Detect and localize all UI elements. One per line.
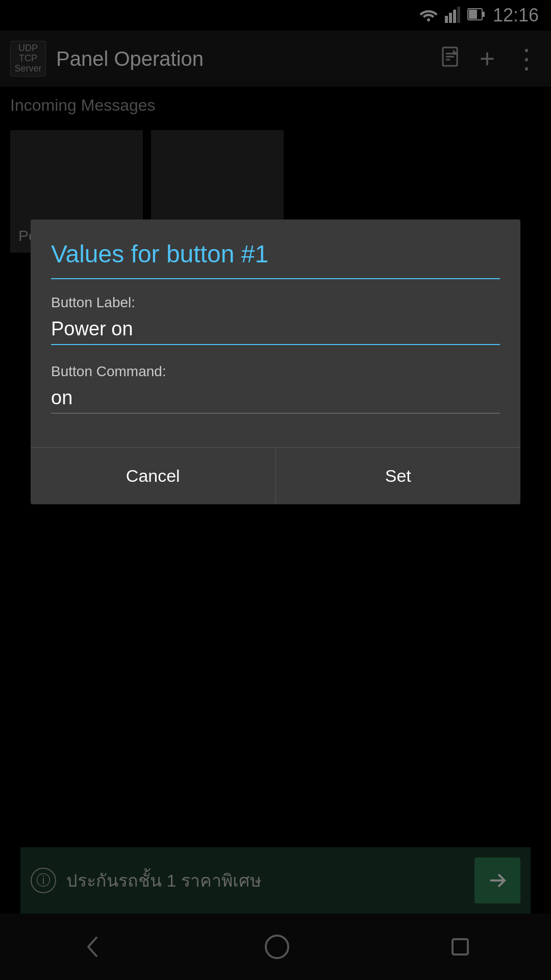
button-label-field-label: Button Label:	[51, 295, 500, 311]
set-button[interactable]: Set	[276, 448, 521, 504]
button-command-input-wrapper	[51, 387, 500, 413]
dialog-body: Button Label: Button Command:	[31, 295, 520, 447]
dialog-title: Values for button #1	[51, 240, 500, 268]
dialog-header: Values for button #1	[31, 219, 520, 279]
dialog-buttons: Cancel Set	[31, 447, 520, 504]
button-label-input-wrapper	[51, 318, 500, 345]
button-command-input[interactable]	[51, 387, 500, 409]
cancel-button[interactable]: Cancel	[31, 448, 276, 504]
dialog: Values for button #1 Button Label: Butto…	[31, 219, 520, 504]
dialog-divider	[51, 278, 500, 279]
button-label-input[interactable]	[51, 318, 500, 340]
button-command-field-label: Button Command:	[51, 363, 500, 380]
